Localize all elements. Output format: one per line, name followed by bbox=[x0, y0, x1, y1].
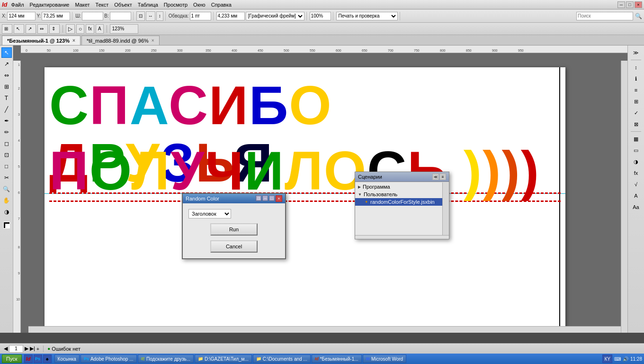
scripts-scrollbar[interactable] bbox=[442, 182, 449, 235]
dialog-cancel-button[interactable]: Cancel bbox=[210, 240, 258, 253]
tab-unnamed[interactable]: *Безымянный-1 @ 123% × bbox=[2, 36, 80, 45]
taskbar-item-kosinka[interactable]: Косынка bbox=[54, 355, 80, 363]
right-tool-7[interactable]: ⊠ bbox=[631, 119, 641, 129]
tb2-btn7[interactable]: ○ bbox=[76, 24, 84, 34]
tab-unnamed-close[interactable]: × bbox=[72, 38, 75, 43]
color-swatch[interactable] bbox=[1, 220, 12, 230]
taskbar-item-word[interactable]: W Microsoft Word bbox=[363, 355, 407, 363]
right-tool-10[interactable]: ◑ bbox=[631, 156, 641, 167]
prev-page-btn[interactable]: ◀ bbox=[4, 346, 8, 352]
menu-help[interactable]: Справка bbox=[209, 2, 233, 8]
text-frame-line2[interactable]: ПОЛУЧИЛОСЬ )))) bbox=[49, 142, 561, 202]
scripts-collapse-btn[interactable]: ≪ bbox=[432, 173, 439, 180]
percent-input[interactable] bbox=[310, 12, 331, 20]
rect-frame-tool[interactable]: ⊡ bbox=[1, 150, 12, 160]
menu-table[interactable]: Таблица bbox=[136, 2, 160, 8]
maximize-button[interactable]: □ bbox=[626, 1, 634, 8]
tb2-btn2[interactable]: ↖ bbox=[14, 24, 24, 34]
transform-btn1[interactable]: ⊡ bbox=[136, 11, 145, 21]
x-input[interactable] bbox=[7, 12, 36, 20]
pencil-tool[interactable]: ✏ bbox=[1, 127, 12, 137]
right-tool-2[interactable]: ↕ bbox=[631, 62, 641, 73]
tb2-btn4[interactable]: ⇔ bbox=[37, 24, 48, 34]
page-input[interactable] bbox=[9, 345, 23, 353]
right-tool-6[interactable]: ✓ bbox=[631, 108, 641, 118]
type-tool[interactable]: T bbox=[1, 93, 12, 103]
taskbar-icon-id[interactable]: Id bbox=[24, 355, 33, 363]
right-tool-5[interactable]: ⊞ bbox=[631, 96, 641, 107]
right-tool-13[interactable]: A bbox=[631, 191, 641, 201]
taskbar-icon-ps[interactable]: Ps bbox=[34, 355, 42, 363]
search-icon[interactable]: 🔍 bbox=[635, 13, 642, 19]
transform-btn3[interactable]: ↕ bbox=[156, 11, 163, 21]
size-input[interactable] bbox=[216, 12, 245, 20]
tab-til[interactable]: *til_mad88-89.indd @ 96% × bbox=[81, 36, 160, 45]
right-tool-1[interactable]: ≫ bbox=[631, 47, 641, 58]
dialog-icon3[interactable]: □ bbox=[269, 195, 275, 201]
next-page-btn[interactable]: ▶ bbox=[25, 346, 28, 352]
dialog-random-color-close[interactable]: × bbox=[276, 195, 282, 202]
right-tool-4[interactable]: ≡ bbox=[631, 85, 641, 95]
add-page-btn[interactable]: + bbox=[36, 346, 39, 352]
select-tool[interactable]: ↖ bbox=[1, 47, 12, 58]
pen-tool[interactable]: ✒ bbox=[1, 116, 12, 126]
minimize-button[interactable]: ─ bbox=[617, 1, 625, 8]
tb2-btn8[interactable]: fx bbox=[86, 24, 94, 34]
tb2-btn5[interactable]: ⇕ bbox=[49, 24, 60, 34]
w-input[interactable] bbox=[82, 12, 103, 20]
menu-edit[interactable]: Редактирование bbox=[28, 2, 72, 8]
print-select[interactable]: Печать и проверка bbox=[336, 12, 398, 20]
dialog-icon2[interactable]: ─ bbox=[262, 195, 268, 201]
right-tool-9[interactable]: ▭ bbox=[631, 145, 641, 155]
taskbar-item-ie[interactable]: IE Подскажите друзь... bbox=[138, 355, 194, 363]
tb2-btn6[interactable]: ▷ bbox=[66, 24, 75, 34]
taskbar-item-photoshop[interactable]: Ps Adobe Photoshop ... bbox=[80, 355, 137, 363]
menu-object[interactable]: Объект bbox=[112, 2, 134, 8]
stroke-input[interactable] bbox=[190, 12, 211, 20]
menu-view[interactable]: Просмотр bbox=[162, 2, 189, 8]
scripts-group-user-header[interactable]: ▼ Пользователь bbox=[355, 191, 449, 198]
menu-window[interactable]: Окно bbox=[191, 2, 207, 8]
close-button[interactable]: × bbox=[635, 1, 642, 8]
tb2-btn9[interactable]: A bbox=[96, 24, 104, 34]
right-tool-8[interactable]: ▦ bbox=[631, 134, 641, 144]
taskbar-item-id[interactable]: Id *Безымянный-1... bbox=[312, 355, 362, 363]
eraser-tool[interactable]: ◻ bbox=[1, 138, 12, 149]
y-input[interactable] bbox=[42, 12, 70, 20]
line-tool[interactable]: ╱ bbox=[1, 104, 12, 115]
scrollbar-horizontal[interactable] bbox=[28, 326, 621, 333]
dialog-icon1[interactable]: ⊡ bbox=[256, 195, 261, 201]
tb2-btn1[interactable]: ⊞ bbox=[2, 24, 12, 34]
right-tool-3[interactable]: ℹ bbox=[631, 73, 641, 84]
menu-layout[interactable]: Макет bbox=[73, 2, 91, 8]
frame-select[interactable]: [Графический фрейм] bbox=[246, 12, 304, 20]
gap-tool[interactable]: ⇔ bbox=[1, 70, 12, 81]
scripts-menu-btn[interactable]: ≡ bbox=[439, 173, 446, 180]
menu-file[interactable]: Файл bbox=[9, 2, 26, 8]
script-item-random-color[interactable]: ✦ randomColorForStyle.jsxbin bbox=[355, 198, 449, 206]
scissors-tool[interactable]: ✂ bbox=[1, 173, 12, 183]
right-tool-11[interactable]: fx bbox=[631, 168, 641, 178]
zoom-btn[interactable]: 123% bbox=[110, 24, 138, 34]
transform-btn2[interactable]: ↔ bbox=[146, 11, 155, 21]
taskbar-lang[interactable]: КY bbox=[602, 355, 612, 363]
tab-til-close[interactable]: × bbox=[152, 38, 154, 43]
right-tool-14[interactable]: Aa bbox=[631, 202, 641, 212]
tb2-btn3[interactable]: ↗ bbox=[26, 24, 36, 34]
gradient-tool[interactable]: ◑ bbox=[1, 207, 12, 217]
search-input[interactable] bbox=[576, 12, 633, 20]
b-input[interactable] bbox=[110, 12, 131, 20]
menu-text[interactable]: Текст bbox=[94, 2, 111, 8]
last-page-btn[interactable]: ▶| bbox=[30, 346, 35, 352]
zoom-tool[interactable]: 🔍 bbox=[1, 184, 12, 194]
content-tool[interactable]: ⊞ bbox=[1, 82, 12, 92]
right-tool-12[interactable]: √ bbox=[631, 179, 641, 190]
rect-tool[interactable]: □ bbox=[1, 161, 12, 172]
taskbar-item-folder1[interactable]: 📁 D:\GAZETA\Тил_м... bbox=[195, 355, 252, 363]
scripts-group-program-header[interactable]: ▶ Программа bbox=[355, 183, 449, 191]
taskbar-kb-icon[interactable]: ⌨ bbox=[614, 356, 621, 362]
direct-select-tool[interactable]: ↗ bbox=[1, 59, 12, 69]
dialog-run-button[interactable]: Run bbox=[210, 223, 258, 236]
dialog-dropdown[interactable]: Заголовок bbox=[188, 209, 231, 218]
taskbar-item-folder2[interactable]: 📁 C:\Documents and ... bbox=[253, 355, 311, 363]
